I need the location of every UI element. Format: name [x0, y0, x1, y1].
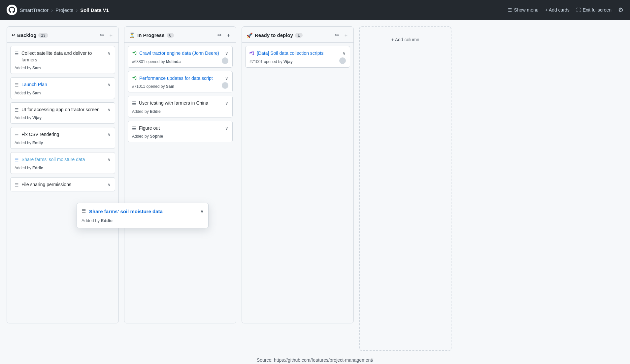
- card-title-share-farms-backlog[interactable]: Share farms' soil moisture data: [21, 156, 105, 163]
- ready-to-deploy-actions: ✏ +: [334, 31, 349, 39]
- card-title-performance-updates[interactable]: Performance updates for data script: [139, 75, 222, 82]
- card-icon-performance-updates: [132, 76, 137, 82]
- card-ui-tractor: ☰ UI for accessing app on tractor screen…: [10, 102, 115, 124]
- floating-card-header: ☰ Share farms' soil moisture data ∨: [82, 208, 204, 215]
- source-text: Source: https://github.com/features/proj…: [257, 357, 373, 363]
- card-icon-share-farms-backlog: ☰: [15, 157, 19, 162]
- card-meta-share-farms-backlog: Added by Eddie: [15, 166, 111, 170]
- card-file-sharing-header: ☰ File sharing permissions ∨: [15, 182, 111, 188]
- topnav: SmartTractor › Projects › Soil Data V1 ☰…: [0, 0, 630, 20]
- backlog-edit-button[interactable]: ✏: [99, 31, 106, 39]
- chevron-ui-tractor: ∨: [108, 107, 111, 112]
- board: ↩ Backlog 13 ✏ + ☰ Collect satellite dat…: [0, 20, 630, 351]
- card-share-farms-backlog: ☰ Share farms' soil moisture data ∨ Adde…: [10, 152, 115, 174]
- card-figure-out-header: ☰ Figure out ∨: [132, 125, 228, 132]
- show-menu-label: Show menu: [514, 7, 539, 13]
- add-column-button[interactable]: + Add column: [359, 26, 451, 351]
- card-collect-satellite-header: ☰ Collect satellite data and deliver to …: [15, 50, 111, 63]
- card-meta-figure-out: Added by Sophie: [132, 134, 228, 139]
- card-title-crawl-tractor[interactable]: Crawl tractor engine data (John Deere): [139, 50, 222, 57]
- breadcrumb-chevron-2: ›: [76, 7, 78, 13]
- ready-to-deploy-edit-button[interactable]: ✏: [334, 31, 341, 39]
- card-meta-data-soil-collection: #71001 opened by Vijay: [249, 59, 346, 64]
- floating-card-meta: Added by Eddie: [82, 218, 204, 223]
- backlog-add-button[interactable]: +: [108, 32, 114, 39]
- column-in-progress-header: ⏳ In Progress 6 ✏ +: [124, 27, 236, 43]
- card-user-testing-header: ☰ User testing with farmers in China ∨: [132, 100, 228, 107]
- chevron-crawl-tractor: ∨: [225, 51, 228, 56]
- card-title-user-testing[interactable]: User testing with farmers in China: [139, 100, 222, 107]
- exit-fullscreen-label: Exit fullscreen: [583, 7, 612, 13]
- in-progress-icon: ⏳: [129, 32, 135, 38]
- ready-to-deploy-icon: 🚀: [247, 32, 253, 38]
- card-fix-csv-header: ☰ Fix CSV rendering ∨: [15, 131, 111, 138]
- card-meta-crawl-tractor: #68801 opened by Melinda: [132, 59, 228, 64]
- settings-button[interactable]: ⚙: [618, 6, 623, 14]
- card-user-testing: ☰ User testing with farmers in China ∨ A…: [128, 96, 233, 117]
- card-data-soil-collection: [Data] Soil data collection scripts ∨ #7…: [245, 46, 350, 68]
- github-logo: [7, 5, 17, 15]
- card-icon-fix-csv: ☰: [15, 132, 19, 137]
- in-progress-count: 6: [167, 33, 174, 38]
- column-backlog-header: ↩ Backlog 13 ✏ +: [7, 27, 118, 43]
- card-title-data-soil-collection[interactable]: [Data] Soil data collection scripts: [257, 50, 340, 57]
- card-icon-file-sharing: ☰: [15, 182, 19, 187]
- card-performance-updates: Performance updates for data script ∨ #7…: [128, 71, 233, 93]
- exit-fullscreen-icon: ⛶: [576, 7, 581, 13]
- breadcrumb-smarttractor[interactable]: SmartTractor: [20, 7, 49, 13]
- backlog-cards: ☰ Collect satellite data and deliver to …: [7, 43, 118, 323]
- card-share-farms-backlog-header: ☰ Share farms' soil moisture data ∨: [15, 156, 111, 163]
- chevron-file-sharing: ∨: [108, 182, 111, 187]
- card-meta-launch-plan: Added by Sam: [15, 91, 111, 95]
- breadcrumb-projects[interactable]: Projects: [55, 7, 73, 13]
- card-crawl-tractor: Crawl tractor engine data (John Deere) ∨…: [128, 46, 233, 68]
- card-title-file-sharing[interactable]: File sharing permissions: [21, 182, 105, 188]
- gear-icon: ⚙: [618, 7, 623, 13]
- card-figure-out: ☰ Figure out ∨ Added by Sophie: [128, 121, 233, 143]
- in-progress-actions: ✏ +: [216, 31, 231, 39]
- card-icon-collect-satellite: ☰: [15, 51, 19, 56]
- ready-to-deploy-add-button[interactable]: +: [343, 32, 349, 39]
- card-meta-fix-csv: Added by Emily: [15, 141, 111, 145]
- floating-card-chevron: ∨: [200, 209, 204, 214]
- chevron-fix-csv: ∨: [108, 132, 111, 137]
- exit-fullscreen-button[interactable]: ⛶ Exit fullscreen: [576, 7, 612, 13]
- source-footer: Source: https://github.com/features/proj…: [0, 351, 630, 364]
- column-ready-to-deploy-header: 🚀 Ready to deploy 1 ✏ +: [242, 27, 353, 43]
- card-launch-plan-header: ☰ Launch Plan ∨: [15, 82, 111, 88]
- chevron-performance-updates: ∨: [225, 76, 228, 81]
- breadcrumb-chevron-1: ›: [51, 7, 53, 13]
- card-title-launch-plan[interactable]: Launch Plan: [21, 82, 105, 88]
- chevron-figure-out: ∨: [225, 126, 228, 131]
- topnav-right: ☰ Show menu + Add cards ⛶ Exit fullscree…: [508, 6, 623, 14]
- in-progress-edit-button[interactable]: ✏: [216, 31, 223, 39]
- card-icon-data-soil-collection: [249, 51, 254, 56]
- in-progress-cards: Crawl tractor engine data (John Deere) ∨…: [124, 43, 236, 323]
- card-crawl-tractor-header: Crawl tractor engine data (John Deere) ∨: [132, 50, 228, 57]
- floating-card-icon: ☰: [82, 208, 86, 214]
- floating-card-share-farms: ☰ Share farms' soil moisture data ∨ Adde…: [77, 203, 209, 228]
- card-icon-launch-plan: ☰: [15, 82, 19, 87]
- chevron-data-soil-collection: ∨: [343, 51, 346, 56]
- floating-card-title[interactable]: Share farms' soil moisture data: [89, 208, 197, 215]
- column-ready-to-deploy: 🚀 Ready to deploy 1 ✏ + [Data] Soil data…: [242, 26, 354, 323]
- add-cards-label: + Add cards: [545, 7, 570, 13]
- card-title-collect-satellite[interactable]: Collect satellite data and deliver to fa…: [21, 50, 105, 63]
- column-backlog: ↩ Backlog 13 ✏ + ☰ Collect satellite dat…: [7, 26, 119, 323]
- card-title-ui-tractor[interactable]: UI for accessing app on tractor screen: [21, 107, 105, 113]
- card-ui-tractor-header: ☰ UI for accessing app on tractor screen…: [15, 107, 111, 113]
- column-backlog-title: ↩ Backlog 13: [12, 32, 96, 38]
- chevron-launch-plan: ∨: [108, 82, 111, 87]
- card-icon-user-testing: ☰: [132, 101, 136, 106]
- card-title-figure-out[interactable]: Figure out: [139, 125, 222, 132]
- add-cards-button[interactable]: + Add cards: [545, 7, 570, 13]
- ready-to-deploy-cards: [Data] Soil data collection scripts ∨ #7…: [242, 43, 353, 323]
- chevron-collect-satellite: ∨: [108, 51, 111, 56]
- in-progress-add-button[interactable]: +: [226, 32, 231, 39]
- card-performance-updates-header: Performance updates for data script ∨: [132, 75, 228, 82]
- card-title-fix-csv[interactable]: Fix CSV rendering: [21, 131, 105, 138]
- show-menu-button[interactable]: ☰ Show menu: [508, 7, 539, 13]
- card-meta-ui-tractor: Added by Vijay: [15, 116, 111, 120]
- column-in-progress-title: ⏳ In Progress 6: [129, 32, 214, 38]
- card-fix-csv: ☰ Fix CSV rendering ∨ Added by Emily: [10, 127, 115, 149]
